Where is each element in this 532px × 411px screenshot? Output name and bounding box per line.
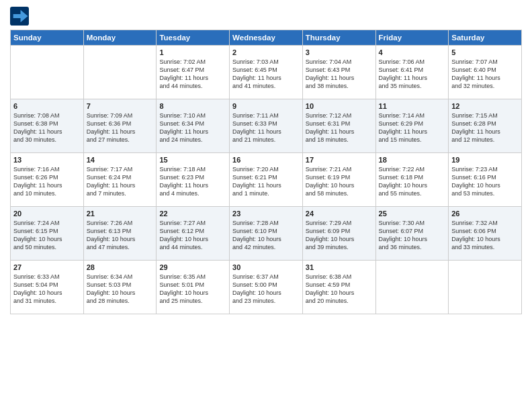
day-info: Sunrise: 7:02 AM Sunset: 6:47 PM Dayligh… xyxy=(159,58,226,91)
day-number: 7 xyxy=(87,102,154,110)
day-number: 21 xyxy=(87,210,154,218)
day-number: 17 xyxy=(306,156,373,164)
calendar-cell: 27Sunrise: 6:33 AM Sunset: 5:04 PM Dayli… xyxy=(11,261,84,314)
calendar-week-row: 1Sunrise: 7:02 AM Sunset: 6:47 PM Daylig… xyxy=(11,46,522,99)
day-info: Sunrise: 7:03 AM Sunset: 6:45 PM Dayligh… xyxy=(232,58,300,91)
calendar-cell: 2Sunrise: 7:03 AM Sunset: 6:45 PM Daylig… xyxy=(230,46,303,99)
day-number: 31 xyxy=(306,263,373,271)
day-info: Sunrise: 6:38 AM Sunset: 4:59 PM Dayligh… xyxy=(306,273,373,306)
day-info: Sunrise: 7:26 AM Sunset: 6:13 PM Dayligh… xyxy=(87,219,154,252)
calendar-cell: 26Sunrise: 7:32 AM Sunset: 6:06 PM Dayli… xyxy=(449,207,522,261)
day-info: Sunrise: 7:17 AM Sunset: 6:24 PM Dayligh… xyxy=(87,165,154,198)
day-info: Sunrise: 7:12 AM Sunset: 6:31 PM Dayligh… xyxy=(306,111,373,144)
weekday-header-row: SundayMondayTuesdayWednesdayThursdayFrid… xyxy=(11,30,522,46)
calendar-cell: 17Sunrise: 7:21 AM Sunset: 6:19 PM Dayli… xyxy=(302,153,375,207)
logo xyxy=(10,7,32,26)
calendar-cell: 22Sunrise: 7:27 AM Sunset: 6:12 PM Dayli… xyxy=(157,207,230,261)
calendar-cell: 29Sunrise: 6:35 AM Sunset: 5:01 PM Dayli… xyxy=(157,261,230,314)
calendar-cell: 23Sunrise: 7:28 AM Sunset: 6:10 PM Dayli… xyxy=(230,207,303,261)
weekday-header-friday: Friday xyxy=(375,30,449,46)
day-number: 9 xyxy=(232,102,300,110)
day-info: Sunrise: 7:15 AM Sunset: 6:28 PM Dayligh… xyxy=(451,111,519,144)
weekday-header-thursday: Thursday xyxy=(302,30,375,46)
weekday-header-wednesday: Wednesday xyxy=(230,30,303,46)
calendar-cell: 1Sunrise: 7:02 AM Sunset: 6:47 PM Daylig… xyxy=(157,46,230,99)
calendar-cell: 21Sunrise: 7:26 AM Sunset: 6:13 PM Dayli… xyxy=(83,207,157,261)
day-info: Sunrise: 7:11 AM Sunset: 6:33 PM Dayligh… xyxy=(232,111,300,144)
day-info: Sunrise: 7:16 AM Sunset: 6:26 PM Dayligh… xyxy=(13,165,81,198)
weekday-header-saturday: Saturday xyxy=(449,30,522,46)
day-info: Sunrise: 7:09 AM Sunset: 6:36 PM Dayligh… xyxy=(87,111,154,144)
day-info: Sunrise: 7:14 AM Sunset: 6:29 PM Dayligh… xyxy=(379,111,446,144)
day-number: 12 xyxy=(451,102,519,110)
calendar-cell: 19Sunrise: 7:23 AM Sunset: 6:16 PM Dayli… xyxy=(449,153,522,207)
day-info: Sunrise: 6:37 AM Sunset: 5:00 PM Dayligh… xyxy=(232,273,300,306)
calendar-cell: 11Sunrise: 7:14 AM Sunset: 6:29 PM Dayli… xyxy=(375,99,449,153)
main-container: SundayMondayTuesdayWednesdayThursdayFrid… xyxy=(0,0,532,318)
day-info: Sunrise: 6:34 AM Sunset: 5:03 PM Dayligh… xyxy=(87,273,154,306)
day-number: 6 xyxy=(13,102,81,110)
day-number: 16 xyxy=(232,156,300,164)
calendar-cell: 4Sunrise: 7:06 AM Sunset: 6:41 PM Daylig… xyxy=(375,46,449,99)
day-info: Sunrise: 7:29 AM Sunset: 6:09 PM Dayligh… xyxy=(306,219,373,252)
day-number: 29 xyxy=(159,263,226,271)
calendar-cell: 30Sunrise: 6:37 AM Sunset: 5:00 PM Dayli… xyxy=(230,261,303,314)
calendar-cell: 16Sunrise: 7:20 AM Sunset: 6:21 PM Dayli… xyxy=(230,153,303,207)
calendar-cell: 20Sunrise: 7:24 AM Sunset: 6:15 PM Dayli… xyxy=(11,207,84,261)
day-info: Sunrise: 7:21 AM Sunset: 6:19 PM Dayligh… xyxy=(306,165,373,198)
calendar-cell: 12Sunrise: 7:15 AM Sunset: 6:28 PM Dayli… xyxy=(449,99,522,153)
day-number: 25 xyxy=(379,210,446,218)
calendar-table: SundayMondayTuesdayWednesdayThursdayFrid… xyxy=(10,30,522,314)
day-number: 26 xyxy=(451,210,519,218)
calendar-cell: 7Sunrise: 7:09 AM Sunset: 6:36 PM Daylig… xyxy=(83,99,157,153)
calendar-cell xyxy=(83,46,157,99)
day-number: 8 xyxy=(159,102,226,110)
day-number: 2 xyxy=(232,48,300,56)
day-number: 4 xyxy=(379,48,446,56)
day-info: Sunrise: 6:35 AM Sunset: 5:01 PM Dayligh… xyxy=(159,273,226,306)
header xyxy=(10,7,522,26)
calendar-week-row: 20Sunrise: 7:24 AM Sunset: 6:15 PM Dayli… xyxy=(11,207,522,261)
calendar-cell xyxy=(11,46,84,99)
day-number: 19 xyxy=(451,156,519,164)
day-info: Sunrise: 7:24 AM Sunset: 6:15 PM Dayligh… xyxy=(13,219,81,252)
day-number: 1 xyxy=(159,48,226,56)
day-number: 30 xyxy=(232,263,300,271)
day-info: Sunrise: 7:30 AM Sunset: 6:07 PM Dayligh… xyxy=(379,219,446,252)
day-number: 3 xyxy=(306,48,373,56)
calendar-week-row: 13Sunrise: 7:16 AM Sunset: 6:26 PM Dayli… xyxy=(11,153,522,207)
calendar-cell xyxy=(449,261,522,314)
day-number: 28 xyxy=(87,263,154,271)
calendar-cell: 3Sunrise: 7:04 AM Sunset: 6:43 PM Daylig… xyxy=(302,46,375,99)
day-info: Sunrise: 7:07 AM Sunset: 6:40 PM Dayligh… xyxy=(451,58,519,91)
calendar-cell: 5Sunrise: 7:07 AM Sunset: 6:40 PM Daylig… xyxy=(449,46,522,99)
day-info: Sunrise: 7:28 AM Sunset: 6:10 PM Dayligh… xyxy=(232,219,300,252)
day-number: 5 xyxy=(451,48,519,56)
day-number: 10 xyxy=(306,102,373,110)
day-number: 15 xyxy=(159,156,226,164)
day-info: Sunrise: 7:08 AM Sunset: 6:38 PM Dayligh… xyxy=(13,111,81,144)
day-number: 13 xyxy=(13,156,81,164)
weekday-header-sunday: Sunday xyxy=(11,30,84,46)
day-info: Sunrise: 7:27 AM Sunset: 6:12 PM Dayligh… xyxy=(159,219,226,252)
logo-icon xyxy=(10,7,29,26)
day-number: 23 xyxy=(232,210,300,218)
day-info: Sunrise: 6:33 AM Sunset: 5:04 PM Dayligh… xyxy=(13,273,81,306)
day-info: Sunrise: 7:10 AM Sunset: 6:34 PM Dayligh… xyxy=(159,111,226,144)
calendar-cell: 10Sunrise: 7:12 AM Sunset: 6:31 PM Dayli… xyxy=(302,99,375,153)
weekday-header-monday: Monday xyxy=(83,30,157,46)
day-info: Sunrise: 7:32 AM Sunset: 6:06 PM Dayligh… xyxy=(451,219,519,252)
calendar-cell: 25Sunrise: 7:30 AM Sunset: 6:07 PM Dayli… xyxy=(375,207,449,261)
day-info: Sunrise: 7:20 AM Sunset: 6:21 PM Dayligh… xyxy=(232,165,300,198)
calendar-cell: 31Sunrise: 6:38 AM Sunset: 4:59 PM Dayli… xyxy=(302,261,375,314)
calendar-cell: 15Sunrise: 7:18 AM Sunset: 6:23 PM Dayli… xyxy=(157,153,230,207)
calendar-cell: 28Sunrise: 6:34 AM Sunset: 5:03 PM Dayli… xyxy=(83,261,157,314)
calendar-cell: 9Sunrise: 7:11 AM Sunset: 6:33 PM Daylig… xyxy=(230,99,303,153)
day-number: 20 xyxy=(13,210,81,218)
day-number: 18 xyxy=(379,156,446,164)
day-number: 11 xyxy=(379,102,446,110)
day-info: Sunrise: 7:22 AM Sunset: 6:18 PM Dayligh… xyxy=(379,165,446,198)
calendar-cell: 14Sunrise: 7:17 AM Sunset: 6:24 PM Dayli… xyxy=(83,153,157,207)
day-number: 14 xyxy=(87,156,154,164)
calendar-cell xyxy=(375,261,449,314)
